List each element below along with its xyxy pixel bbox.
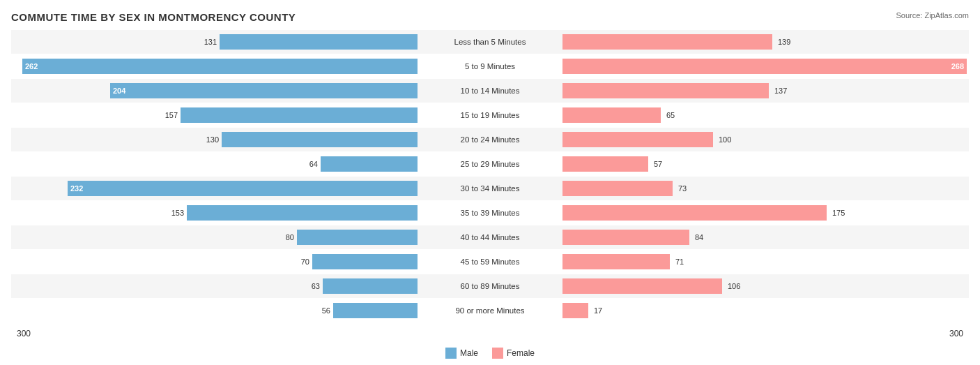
right-section: 139 xyxy=(560,30,969,54)
female-bar-value: 57 xyxy=(654,160,662,168)
female-bar-value: 65 xyxy=(666,111,675,119)
male-bar-value: 157 xyxy=(165,111,178,119)
chart-row: 6425 to 29 Minutes57 xyxy=(11,152,969,176)
female-bar-value: 100 xyxy=(719,135,731,144)
row-label: Less than 5 Minutes xyxy=(420,38,560,46)
female-bar-value: 137 xyxy=(774,87,787,95)
female-bar-value: 139 xyxy=(778,38,790,46)
left-section: 262 xyxy=(11,54,420,78)
female-bar-value: 73 xyxy=(678,184,687,193)
female-bar xyxy=(562,156,648,172)
row-label: 35 to 39 Minutes xyxy=(420,209,560,217)
female-bar-value: 106 xyxy=(728,282,740,290)
female-bar xyxy=(562,254,670,269)
row-label: 60 to 89 Minutes xyxy=(420,282,560,290)
male-bar-value: 64 xyxy=(309,160,318,168)
female-bar-value: 71 xyxy=(675,258,684,266)
right-section: 84 xyxy=(560,225,969,249)
right-section: 137 xyxy=(560,79,969,103)
left-section: 157 xyxy=(11,103,420,127)
male-bar-value: 232 xyxy=(68,184,86,193)
right-section: 17 xyxy=(560,299,969,322)
right-section: 71 xyxy=(560,250,969,274)
right-section: 268 xyxy=(560,54,969,78)
chart-row: 7045 to 59 Minutes71 xyxy=(11,250,969,274)
male-bar xyxy=(321,156,418,172)
legend-male: Male xyxy=(445,348,478,359)
source-text: Source: ZipAtlas.com xyxy=(896,11,969,20)
legend: Male Female xyxy=(11,348,969,359)
axis-right: 300 xyxy=(560,329,969,338)
legend-female: Female xyxy=(492,348,535,359)
male-bar-value: 56 xyxy=(322,306,330,315)
male-bar-value: 204 xyxy=(110,87,128,95)
chart-row: 5690 or more Minutes17 xyxy=(11,299,969,322)
right-section: 73 xyxy=(560,177,969,200)
female-bar-value: 17 xyxy=(594,306,602,315)
male-bar-value: 130 xyxy=(206,135,219,144)
female-bar xyxy=(562,278,722,294)
left-section: 204 xyxy=(11,79,420,103)
male-bar xyxy=(333,303,418,318)
axis-left: 300 xyxy=(11,329,420,338)
male-bar: 204 xyxy=(110,83,418,98)
row-label: 30 to 34 Minutes xyxy=(420,184,560,193)
male-bar xyxy=(222,132,418,147)
male-bar-value: 153 xyxy=(171,209,184,217)
chart-area: 131Less than 5 Minutes1392625 to 9 Minut… xyxy=(11,30,969,322)
row-label: 20 to 24 Minutes xyxy=(420,135,560,144)
axis-row: 300 300 xyxy=(11,325,969,342)
row-label: 5 to 9 Minutes xyxy=(420,62,560,70)
row-label: 90 or more Minutes xyxy=(420,306,560,315)
female-bar xyxy=(562,132,713,147)
left-section: 153 xyxy=(11,201,420,225)
left-section: 56 xyxy=(11,299,420,322)
female-bar-value: 268 xyxy=(949,62,967,70)
left-section: 63 xyxy=(11,274,420,298)
male-bar-value: 63 xyxy=(312,282,320,290)
female-bar xyxy=(562,181,673,196)
male-bar xyxy=(297,230,418,245)
chart-row: 15335 to 39 Minutes175 xyxy=(11,201,969,225)
female-bar xyxy=(562,303,588,318)
right-section: 100 xyxy=(560,128,969,151)
male-bar xyxy=(181,107,418,123)
female-bar xyxy=(562,34,772,50)
male-bar xyxy=(323,278,418,294)
left-section: 130 xyxy=(11,128,420,151)
row-label: 15 to 19 Minutes xyxy=(420,111,560,119)
chart-row: 8040 to 44 Minutes84 xyxy=(11,225,969,249)
left-section: 80 xyxy=(11,225,420,249)
female-bar xyxy=(562,107,661,123)
male-legend-box xyxy=(445,348,457,359)
chart-row: 131Less than 5 Minutes139 xyxy=(11,30,969,54)
chart-row: 13020 to 24 Minutes100 xyxy=(11,128,969,151)
female-bar: 268 xyxy=(562,59,967,74)
male-bar-value: 131 xyxy=(204,38,217,46)
chart-row: 15715 to 19 Minutes65 xyxy=(11,103,969,127)
male-bar xyxy=(312,254,418,269)
male-legend-label: Male xyxy=(460,348,478,358)
row-label: 10 to 14 Minutes xyxy=(420,87,560,95)
female-bar xyxy=(562,83,769,98)
left-section: 232 xyxy=(11,177,420,200)
chart-row: 6360 to 89 Minutes106 xyxy=(11,274,969,298)
left-section: 70 xyxy=(11,250,420,274)
male-bar: 232 xyxy=(68,181,418,196)
male-bar xyxy=(187,205,418,221)
female-bar xyxy=(562,205,827,221)
chart-row: 20410 to 14 Minutes137 xyxy=(11,79,969,103)
female-bar xyxy=(562,230,689,245)
right-section: 65 xyxy=(560,103,969,127)
right-section: 57 xyxy=(560,152,969,176)
chart-row: 2625 to 9 Minutes268 xyxy=(11,54,969,78)
female-bar-value: 84 xyxy=(695,233,703,241)
male-bar xyxy=(220,34,418,50)
right-section: 106 xyxy=(560,274,969,298)
female-legend-label: Female xyxy=(507,348,535,358)
left-section: 64 xyxy=(11,152,420,176)
chart-container: COMMUTE TIME BY SEX IN MONTMORENCY COUNT… xyxy=(11,11,969,359)
row-label: 45 to 59 Minutes xyxy=(420,258,560,266)
female-bar-value: 175 xyxy=(832,209,845,217)
male-bar-value: 80 xyxy=(286,233,294,241)
